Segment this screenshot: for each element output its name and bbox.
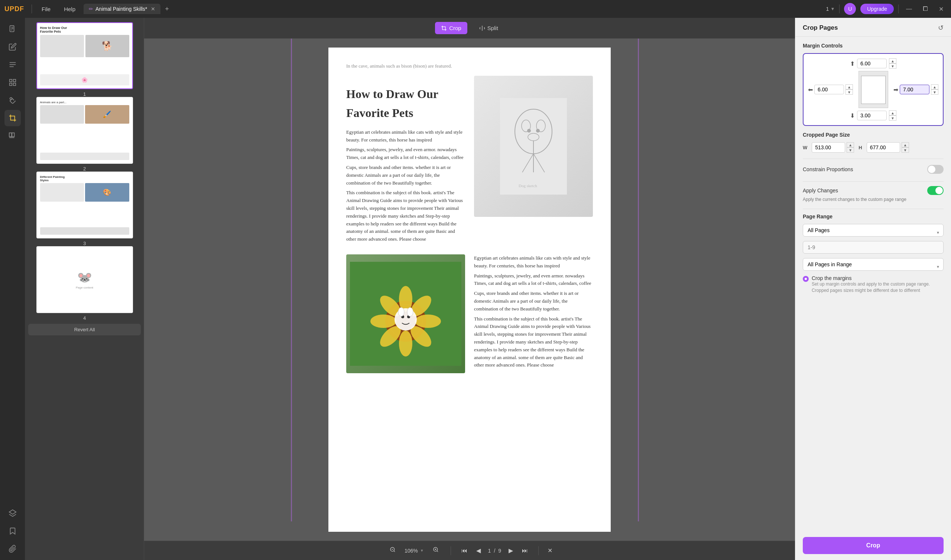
- tab-icon: ✏: [89, 6, 93, 12]
- svg-marker-17: [9, 510, 15, 514]
- file-menu-button[interactable]: File: [36, 4, 56, 14]
- body-paragraph: Paintings, sculptures, jewelry, and even…: [474, 272, 593, 288]
- sidebar-item-edit[interactable]: [5, 38, 21, 55]
- prev-page-button[interactable]: ◀: [475, 546, 482, 555]
- split-tool-button[interactable]: Split: [473, 22, 504, 34]
- page-range-label: Page Range: [803, 214, 943, 220]
- apply-changes-toggle[interactable]: [927, 186, 943, 195]
- svg-rect-7: [9, 80, 12, 82]
- margin-left-icon: ⬅: [808, 86, 813, 93]
- width-label: W: [803, 145, 807, 151]
- margin-bottom-up[interactable]: ▲: [889, 110, 896, 115]
- apply-changes-desc: Apply the current changes to the custom …: [803, 197, 943, 203]
- svg-rect-18: [442, 27, 445, 30]
- svg-point-36: [370, 315, 396, 328]
- page-range-sub-select[interactable]: All Pages in Range Odd Pages in Range Ev…: [803, 258, 943, 271]
- updf-logo: UPDF: [5, 5, 24, 13]
- sidebar-item-attachment[interactable]: [5, 541, 21, 557]
- width-down[interactable]: ▼: [846, 148, 854, 152]
- thumbnail-page-1[interactable]: How to Draw OurFavorite Pets 🐕 🌸 1: [28, 22, 141, 97]
- crop-apply-button[interactable]: Crop: [803, 537, 943, 554]
- constrain-proportions-toggle[interactable]: [927, 165, 943, 174]
- height-down[interactable]: ▼: [902, 148, 909, 152]
- close-view-button[interactable]: ✕: [548, 547, 552, 554]
- help-menu-button[interactable]: Help: [59, 4, 81, 14]
- svg-point-37: [415, 315, 441, 328]
- thumb-label-4: 4: [83, 315, 86, 321]
- margin-right-icon: ➡: [893, 86, 898, 93]
- next-page-button[interactable]: ▶: [507, 546, 514, 555]
- sidebar-item-pages[interactable]: [5, 128, 21, 144]
- margin-top-down[interactable]: ▼: [889, 63, 896, 69]
- svg-rect-9: [9, 83, 12, 85]
- sidebar-item-bookmark[interactable]: [5, 523, 21, 539]
- revert-all-button[interactable]: Revert All: [28, 324, 141, 335]
- margin-left-input[interactable]: [814, 85, 844, 94]
- zoom-level: 106% ▼: [405, 548, 424, 554]
- svg-point-42: [394, 308, 417, 331]
- upgrade-button[interactable]: Upgrade: [860, 4, 894, 14]
- minimize-button[interactable]: —: [903, 4, 915, 14]
- crop-margins-option[interactable]: Crop the margins Set up margin controls …: [803, 275, 943, 294]
- sidebar-item-crop[interactable]: [5, 110, 21, 126]
- svg-point-24: [527, 129, 531, 132]
- svg-point-45: [398, 308, 404, 316]
- body-paragraph: Egyptian art celebrates animals like cat…: [346, 128, 465, 144]
- thumbnail-page-3[interactable]: Different PaintingStyles 🎨 3: [28, 172, 141, 246]
- thumbnail-page-2[interactable]: Animals are a part... 🖌️ 2: [28, 97, 141, 172]
- refresh-button[interactable]: ↺: [938, 24, 943, 32]
- body-paragraph: Cups, store brands and other items. whet…: [346, 164, 465, 187]
- margin-right-up[interactable]: ▲: [931, 84, 939, 89]
- active-tab[interactable]: ✏ Animal Painting Skills* ✕: [83, 4, 160, 14]
- svg-point-35: [399, 331, 412, 357]
- crop-margins-radio[interactable]: [803, 276, 809, 282]
- page-range-select[interactable]: All Pages Current Page Custom Range: [803, 224, 943, 237]
- sidebar-item-layers[interactable]: [5, 505, 21, 522]
- first-page-button[interactable]: ⏮: [460, 546, 469, 555]
- margin-bottom-icon: ⬇: [850, 112, 855, 119]
- svg-rect-10: [13, 83, 15, 85]
- maximize-button[interactable]: ⧠: [919, 4, 931, 14]
- body-paragraph: This combination is the subject of this …: [474, 315, 593, 369]
- chevron-down-icon: ▼: [420, 548, 424, 552]
- page-indicator: 1 ▼: [826, 6, 835, 12]
- margin-bottom-down[interactable]: ▼: [889, 115, 896, 121]
- height-input[interactable]: [867, 142, 900, 152]
- tab-title: Animal Painting Skills*: [95, 6, 147, 12]
- tab-close-button[interactable]: ✕: [151, 6, 155, 12]
- margin-left-up[interactable]: ▲: [845, 84, 853, 89]
- page-nav: 1 / 9: [488, 548, 501, 554]
- width-up[interactable]: ▲: [846, 142, 854, 148]
- margin-top-icon: ⬆: [850, 60, 855, 67]
- sidebar-item-organize[interactable]: [5, 74, 21, 91]
- flower-image: [346, 254, 465, 373]
- crop-tool-button[interactable]: Crop: [435, 22, 467, 34]
- margin-left-down[interactable]: ▼: [845, 89, 853, 95]
- right-panel-title: Crop Pages: [803, 24, 838, 32]
- add-tab-button[interactable]: +: [165, 5, 169, 13]
- thumb-label-3: 3: [83, 241, 86, 246]
- height-up[interactable]: ▲: [902, 142, 909, 148]
- page-range-custom-input[interactable]: [803, 241, 943, 254]
- height-label: H: [859, 145, 862, 151]
- svg-rect-12: [11, 116, 14, 120]
- margin-right-input[interactable]: [900, 85, 929, 94]
- thumbnail-page-4[interactable]: 🐭 Page content 4: [28, 246, 141, 321]
- body-paragraph: Cups, store brands and other items. whet…: [474, 290, 593, 313]
- margin-bottom-input[interactable]: [857, 111, 887, 120]
- zoom-out-button[interactable]: [387, 545, 399, 556]
- margin-preview: [859, 71, 888, 108]
- apply-changes-label: Apply Changes: [803, 188, 838, 194]
- margin-right-down[interactable]: ▼: [931, 89, 939, 95]
- sidebar-item-document[interactable]: [5, 21, 21, 37]
- crop-margins-label: Crop the margins: [812, 275, 943, 281]
- margin-top-up[interactable]: ▲: [889, 58, 896, 63]
- body-paragraph: This combination is the subject of this …: [346, 189, 465, 243]
- close-window-button[interactable]: ✕: [936, 4, 946, 14]
- last-page-button[interactable]: ⏭: [520, 546, 529, 555]
- margin-top-input[interactable]: [857, 58, 887, 68]
- sidebar-item-stamp[interactable]: [5, 92, 21, 108]
- sidebar-item-annotate[interactable]: [5, 57, 21, 73]
- width-input[interactable]: [812, 142, 845, 152]
- zoom-in-button[interactable]: [430, 545, 442, 556]
